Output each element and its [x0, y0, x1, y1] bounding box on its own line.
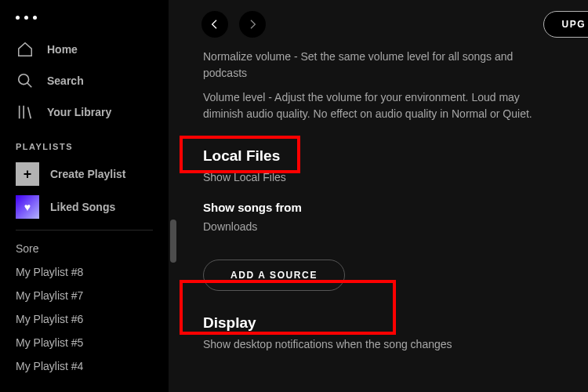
liked-songs-button[interactable]: ♥ Liked Songs	[0, 191, 169, 223]
library-icon	[16, 103, 34, 122]
list-item[interactable]: My Playlist #8	[0, 260, 169, 284]
search-icon	[16, 71, 34, 90]
show-local-files-label[interactable]: Show Local Files	[203, 171, 554, 183]
plus-icon: +	[16, 162, 39, 186]
nav-search-label: Search	[47, 74, 84, 87]
scrollbar[interactable]	[169, 0, 180, 392]
nav-home[interactable]: Home	[0, 34, 169, 65]
show-songs-from-heading: Show songs from	[203, 201, 554, 214]
svg-point-0	[19, 74, 29, 85]
heart-icon: ♥	[16, 195, 39, 219]
nav-library-label: Your Library	[47, 106, 111, 118]
menu-dots-icon[interactable]	[0, 11, 169, 34]
list-item[interactable]: My Playlist #6	[0, 307, 169, 331]
topbar: UPG	[169, 0, 588, 49]
upgrade-button[interactable]: UPG	[543, 11, 588, 38]
nav-home-label: Home	[47, 43, 78, 56]
list-item[interactable]: My Playlist #4	[0, 354, 169, 378]
svg-line-4	[28, 107, 31, 119]
normalize-volume-text: Normalize volume - Set the same volume l…	[203, 49, 554, 82]
downloads-label[interactable]: Downloads	[203, 220, 554, 233]
create-playlist-label: Create Playlist	[50, 168, 126, 180]
scrollbar-thumb[interactable]	[170, 220, 176, 263]
svg-line-1	[27, 83, 32, 88]
local-files-heading: Local Files	[203, 147, 280, 165]
display-notifications-text: Show desktop notifications when the song…	[203, 338, 554, 350]
list-item[interactable]: Sore	[0, 237, 169, 260]
nav-back-button[interactable]	[201, 11, 228, 38]
nav-forward-button[interactable]	[239, 11, 266, 38]
add-source-button[interactable]: ADD A SOURCE	[203, 260, 345, 291]
list-item[interactable]: My Playlist #5	[0, 331, 169, 354]
liked-songs-label: Liked Songs	[50, 201, 115, 213]
create-playlist-button[interactable]: + Create Playlist	[0, 158, 169, 191]
sidebar-divider	[16, 230, 153, 230]
main-panel: UPG Normalize volume - Set the same volu…	[169, 0, 588, 392]
home-icon	[16, 40, 34, 59]
playlist-list: Sore My Playlist #8 My Playlist #7 My Pl…	[0, 237, 169, 378]
display-heading: Display	[203, 314, 554, 332]
playlists-section-label: PLAYLISTS	[0, 128, 169, 158]
settings-content: Normalize volume - Set the same volume l…	[169, 49, 588, 350]
sidebar: Home Search Your Library PLAYLISTS + Cre…	[0, 0, 169, 392]
nav-library[interactable]: Your Library	[0, 96, 169, 128]
list-item[interactable]: My Playlist #7	[0, 284, 169, 307]
nav-search[interactable]: Search	[0, 65, 169, 96]
volume-level-text: Volume level - Adjust the volume for you…	[203, 89, 554, 122]
